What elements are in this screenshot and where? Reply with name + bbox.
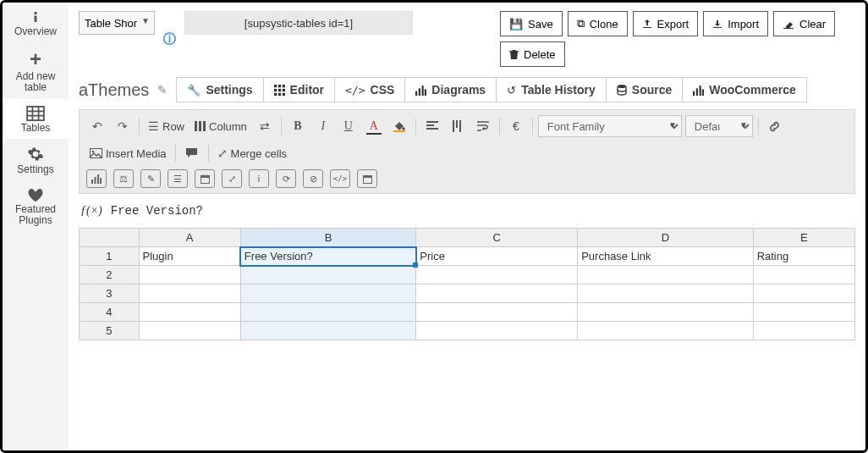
bold-button[interactable]: B	[287, 115, 309, 137]
tool-balance-icon[interactable]: ⚖	[113, 169, 134, 188]
cell[interactable]	[753, 303, 854, 322]
cell[interactable]	[753, 266, 854, 285]
col-header[interactable]: D	[578, 229, 753, 247]
tool-list-icon[interactable]: ☰	[168, 169, 188, 188]
cell[interactable]	[416, 266, 578, 285]
cell[interactable]	[578, 266, 753, 285]
cell[interactable]	[240, 322, 415, 340]
formula-value[interactable]: Free Version?	[111, 204, 203, 218]
column-button[interactable]: Column	[191, 115, 250, 137]
export-button[interactable]: Export	[633, 11, 699, 36]
tab-source[interactable]: Source	[606, 78, 682, 102]
tool-info-icon[interactable]: i	[249, 169, 269, 188]
tool-code-icon[interactable]: </>	[330, 169, 350, 188]
svg-point-28	[402, 127, 405, 130]
undo-button[interactable]: ↶	[86, 115, 108, 137]
cell[interactable]	[139, 285, 240, 303]
sidebar-item-tables[interactable]: Tables	[3, 99, 69, 139]
underline-button[interactable]: U	[338, 115, 360, 137]
tab-woocommerce[interactable]: WooCommerce	[682, 78, 805, 102]
cell[interactable]	[753, 322, 854, 340]
button-label: Import	[728, 18, 759, 30]
merge-cells-button[interactable]: ⤢Merge cells	[214, 142, 290, 164]
cell[interactable]: Free Version?	[240, 247, 415, 266]
cell[interactable]: Price	[416, 247, 578, 266]
row-header[interactable]: 4	[80, 303, 140, 322]
row-header[interactable]: 2	[80, 266, 140, 285]
info-icon[interactable]: ⓘ	[163, 31, 176, 47]
row-button[interactable]: ☰Row	[145, 115, 188, 137]
tab-bar: 🔧Settings Editor </>CSS Diagrams ↺Table …	[176, 77, 806, 102]
cell[interactable]	[240, 266, 415, 285]
col-header[interactable]: E	[753, 229, 854, 247]
cell[interactable]	[578, 303, 753, 322]
comment-button[interactable]	[181, 142, 203, 164]
cell[interactable]: Rating	[753, 247, 854, 266]
tool-expand-icon[interactable]: ⤢	[222, 169, 242, 188]
tool-block-icon[interactable]: ⊘	[303, 169, 323, 188]
tool-chart-icon[interactable]	[86, 169, 107, 188]
cell[interactable]	[416, 285, 578, 303]
insert-media-button[interactable]: Insert Media	[86, 142, 170, 164]
sidebar-item-settings[interactable]: Settings	[3, 139, 69, 180]
col-header[interactable]: B	[240, 229, 415, 247]
font-size-select[interactable]: Default	[685, 115, 753, 137]
tab-editor[interactable]: Editor	[263, 78, 334, 102]
text-color-button[interactable]: A	[363, 115, 385, 137]
sidebar-item-add-new-table[interactable]: + Add new table	[3, 42, 69, 98]
currency-button[interactable]: €	[505, 115, 527, 137]
sidebar-item-label: Overview	[14, 26, 57, 37]
tool-date-icon[interactable]	[357, 169, 377, 188]
shortcode-type-select[interactable]: Table Shortcode	[79, 11, 155, 35]
tool-refresh-icon[interactable]: ⟳	[276, 169, 296, 188]
cell[interactable]	[240, 285, 415, 303]
row-header[interactable]: 3	[80, 285, 140, 303]
cell[interactable]: Plugin	[139, 247, 240, 266]
svg-rect-7	[274, 85, 277, 87]
shortcode-field[interactable]: [supsystic-tables id=1]	[184, 11, 413, 35]
cell[interactable]	[139, 266, 240, 285]
sidebar-item-overview[interactable]: Overview	[3, 3, 69, 42]
wrap-text-button[interactable]	[472, 115, 494, 137]
cell[interactable]	[753, 285, 854, 303]
align-top-button[interactable]	[447, 115, 469, 137]
button-label: Delete	[524, 48, 556, 61]
corner-cell[interactable]	[80, 229, 140, 247]
cell[interactable]	[416, 303, 578, 322]
import-button[interactable]: Import	[703, 11, 768, 36]
save-button[interactable]: 💾Save	[500, 11, 563, 36]
cell[interactable]	[416, 322, 578, 340]
delete-button[interactable]: Delete	[500, 41, 565, 67]
row-header[interactable]: 1	[80, 247, 140, 266]
spreadsheet[interactable]: A B C D E 1 Plugin Free Version? Price P…	[79, 228, 855, 340]
swap-button[interactable]: ⇄	[254, 115, 276, 137]
tab-settings[interactable]: 🔧Settings	[176, 78, 262, 102]
cell[interactable]	[578, 322, 753, 340]
cell[interactable]	[139, 322, 240, 340]
italic-button[interactable]: I	[312, 115, 334, 137]
tab-table-history[interactable]: ↺Table History	[496, 78, 606, 102]
sidebar-item-label: Featured Plugins	[4, 204, 67, 226]
cell[interactable]	[240, 303, 415, 322]
clear-button[interactable]: Clear	[773, 11, 835, 36]
col-header[interactable]: A	[139, 229, 240, 247]
link-button[interactable]	[764, 115, 786, 137]
sidebar-item-featured-plugins[interactable]: Featured Plugins	[3, 180, 69, 231]
font-family-select[interactable]: Font Family	[538, 115, 682, 137]
edit-title-icon[interactable]: ✎	[157, 83, 168, 97]
cell[interactable]	[578, 285, 753, 303]
redo-button[interactable]: ↷	[112, 115, 134, 137]
align-left-button[interactable]	[421, 115, 443, 137]
svg-rect-26	[199, 121, 201, 131]
fill-color-button[interactable]	[388, 115, 410, 137]
tool-calendar-icon[interactable]	[195, 169, 215, 188]
cell[interactable]: Purchase Link	[578, 247, 753, 266]
tool-edit-icon[interactable]: ✎	[140, 169, 161, 188]
tab-label: Table History	[521, 83, 596, 97]
clone-button[interactable]: ⧉Clone	[568, 11, 628, 36]
cell[interactable]	[139, 303, 240, 322]
row-header[interactable]: 5	[80, 322, 140, 340]
col-header[interactable]: C	[416, 229, 578, 247]
tab-diagrams[interactable]: Diagrams	[404, 78, 496, 102]
tab-css[interactable]: </>CSS	[334, 78, 404, 102]
